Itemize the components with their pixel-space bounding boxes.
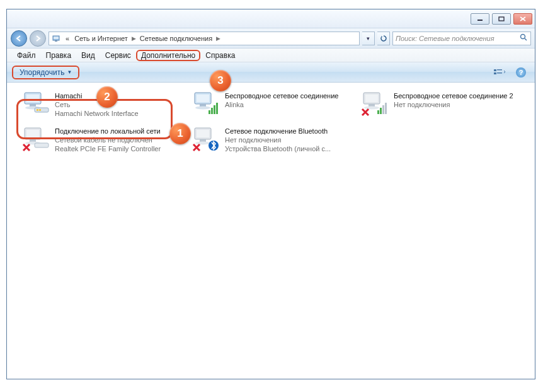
svg-rect-38 bbox=[30, 139, 36, 142]
back-button[interactable] bbox=[11, 30, 27, 47]
svg-rect-9 bbox=[494, 69, 496, 71]
network-adapter-icon bbox=[21, 125, 51, 153]
svg-rect-19 bbox=[39, 109, 41, 111]
address-dropdown-button[interactable]: ▾ bbox=[362, 32, 375, 45]
svg-rect-5 bbox=[54, 37, 59, 39]
network-adapter-icon bbox=[360, 90, 390, 118]
connection-name: Hamachi bbox=[55, 91, 139, 100]
svg-rect-26 bbox=[214, 105, 215, 114]
svg-rect-30 bbox=[369, 104, 375, 107]
menu-tools[interactable]: Сервис bbox=[100, 50, 136, 61]
svg-rect-40 bbox=[35, 143, 49, 147]
organize-label: Упорядочить bbox=[20, 68, 64, 77]
menu-advanced[interactable]: Дополнительно bbox=[136, 50, 200, 61]
svg-rect-15 bbox=[30, 104, 36, 107]
search-placeholder: Поиск: Сетевые подключения bbox=[396, 35, 516, 42]
breadcrumb-sep-icon: ▶ bbox=[132, 35, 136, 42]
connection-status: Сеть bbox=[55, 100, 139, 109]
content-area: Hamachi Сеть Hamachi Network Interface Б… bbox=[7, 83, 535, 379]
maximize-button[interactable] bbox=[492, 13, 511, 25]
menu-edit[interactable]: Правка bbox=[41, 50, 77, 61]
menu-help[interactable]: Справка bbox=[200, 50, 240, 61]
breadcrumb-sep-icon: ▶ bbox=[216, 35, 220, 42]
connection-name: Беспроводное сетевое соединение 2 bbox=[394, 91, 513, 100]
connection-name: Подключение по локальной сети bbox=[55, 127, 161, 135]
menu-bar: Файл Правка Вид Сервис Дополнительно Спр… bbox=[7, 49, 535, 62]
network-adapter-icon bbox=[191, 90, 221, 118]
svg-rect-21 bbox=[197, 95, 209, 102]
chevron-down-icon: ▼ bbox=[67, 69, 72, 75]
connection-status: Нет подключения bbox=[225, 135, 331, 144]
nav-bar: « Сеть и Интернет ▶ Сетевые подключения … bbox=[7, 28, 535, 49]
svg-rect-29 bbox=[365, 95, 378, 102]
menu-file[interactable]: Файл bbox=[12, 50, 41, 61]
view-options-button[interactable] bbox=[491, 66, 508, 79]
svg-rect-34 bbox=[382, 105, 384, 114]
connection-bluetooth[interactable]: Сетевое подключение Bluetooth Нет подклю… bbox=[191, 125, 348, 153]
connection-status: Сетевой кабель не подключен bbox=[55, 135, 161, 144]
view-icon bbox=[493, 68, 506, 77]
svg-rect-33 bbox=[380, 108, 382, 114]
network-adapter-icon bbox=[21, 90, 51, 118]
svg-rect-25 bbox=[211, 108, 213, 114]
svg-rect-43 bbox=[200, 139, 206, 142]
svg-rect-12 bbox=[497, 72, 502, 74]
network-adapter-icon bbox=[191, 125, 221, 153]
connection-hamachi[interactable]: Hamachi Сеть Hamachi Network Interface bbox=[21, 90, 178, 118]
svg-rect-1 bbox=[499, 17, 504, 21]
explorer-window: « Сеть и Интернет ▶ Сетевые подключения … bbox=[6, 9, 535, 379]
breadcrumb-seg1[interactable]: Сеть и Интернет bbox=[73, 35, 129, 42]
refresh-button[interactable] bbox=[377, 32, 390, 45]
search-box[interactable]: Поиск: Сетевые подключения bbox=[392, 32, 531, 45]
help-icon: ? bbox=[516, 67, 526, 78]
minimize-button[interactable] bbox=[471, 13, 489, 25]
connection-device: Устройства Bluetooth (личной с... bbox=[225, 144, 331, 153]
connection-device: Realtek PCIe FE Family Controller bbox=[55, 144, 161, 153]
svg-rect-14 bbox=[26, 95, 39, 102]
close-button[interactable] bbox=[513, 13, 532, 25]
command-bar: Упорядочить ▼ ? bbox=[7, 62, 535, 83]
breadcrumb-seg2[interactable]: Сетевые подключения bbox=[139, 35, 214, 42]
connection-lan[interactable]: Подключение по локальной сети Сетевой ка… bbox=[21, 125, 178, 153]
connection-wifi[interactable]: Беспроводное сетевое соединение Alinka bbox=[191, 90, 348, 118]
svg-rect-24 bbox=[209, 110, 210, 114]
svg-point-23 bbox=[195, 107, 210, 110]
svg-rect-22 bbox=[200, 104, 206, 107]
connection-name: Сетевое подключение Bluetooth bbox=[225, 127, 331, 135]
svg-point-7 bbox=[521, 35, 525, 39]
svg-rect-18 bbox=[37, 109, 38, 111]
network-folder-icon bbox=[52, 34, 62, 43]
connection-wifi2[interactable]: Беспроводное сетевое соединение 2 Нет по… bbox=[360, 90, 517, 118]
svg-rect-11 bbox=[494, 72, 496, 74]
svg-rect-32 bbox=[377, 110, 379, 114]
connection-status: Нет подключения bbox=[394, 100, 513, 109]
connection-status: Alinka bbox=[225, 100, 338, 109]
forward-button[interactable] bbox=[30, 30, 46, 47]
menu-view[interactable]: Вид bbox=[76, 50, 100, 61]
address-bar[interactable]: « Сеть и Интернет ▶ Сетевые подключения … bbox=[49, 32, 360, 45]
svg-rect-37 bbox=[26, 130, 39, 137]
connection-device: Hamachi Network Interface bbox=[55, 109, 139, 118]
connection-name: Беспроводное сетевое соединение bbox=[225, 91, 338, 100]
search-icon bbox=[520, 33, 528, 43]
svg-line-8 bbox=[525, 38, 527, 40]
refresh-icon bbox=[380, 35, 387, 42]
svg-point-44 bbox=[195, 142, 210, 145]
svg-rect-42 bbox=[197, 130, 209, 137]
organize-button[interactable]: Упорядочить ▼ bbox=[12, 66, 79, 79]
breadcrumb-prefix: « bbox=[64, 35, 71, 42]
svg-point-31 bbox=[364, 107, 379, 110]
svg-rect-6 bbox=[55, 40, 57, 42]
svg-rect-27 bbox=[216, 103, 218, 114]
svg-rect-35 bbox=[385, 103, 387, 114]
svg-rect-10 bbox=[497, 69, 502, 71]
help-button[interactable]: ? bbox=[512, 66, 530, 79]
title-bar bbox=[7, 9, 535, 28]
